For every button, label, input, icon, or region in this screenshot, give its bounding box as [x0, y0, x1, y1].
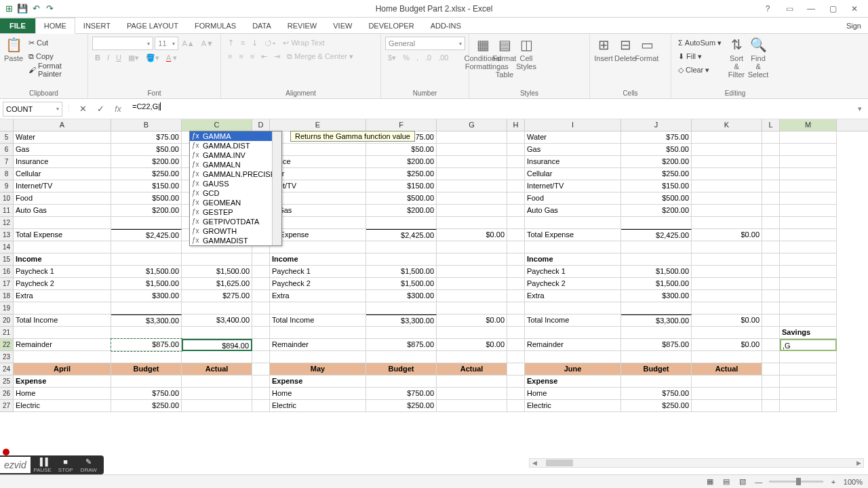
cell[interactable] — [780, 229, 837, 241]
format-as-table-button[interactable]: ▤Format as Table — [495, 37, 514, 66]
minimize-icon[interactable]: — — [803, 3, 819, 15]
row-header[interactable]: 15 — [0, 253, 14, 266]
delete-cells-button[interactable]: ⊟Delete — [616, 37, 635, 66]
cell[interactable] — [780, 192, 837, 205]
cell[interactable] — [762, 266, 780, 278]
cell[interactable] — [507, 168, 525, 180]
cell[interactable]: Actual — [692, 363, 762, 375]
cell[interactable]: $750.00 — [111, 388, 182, 400]
cell[interactable] — [780, 314, 837, 327]
cell[interactable] — [762, 339, 780, 351]
cell[interactable]: $750.00 — [621, 388, 692, 400]
cell[interactable] — [252, 327, 270, 339]
cell[interactable]: $500.00 — [366, 192, 437, 205]
cell[interactable]: Budget — [366, 363, 437, 375]
cell[interactable] — [692, 302, 762, 314]
cell[interactable]: $1,625.00 — [182, 278, 252, 290]
cell[interactable] — [111, 302, 182, 314]
cell[interactable] — [437, 388, 507, 400]
cell[interactable]: $250.00 — [366, 168, 437, 180]
cell[interactable] — [14, 351, 111, 363]
cell[interactable] — [621, 241, 692, 253]
cell[interactable]: $200.00 — [366, 205, 437, 217]
cell[interactable] — [762, 351, 780, 363]
wrap-text-button[interactable]: ↩ Wrap Text — [280, 37, 327, 49]
cell[interactable] — [111, 217, 182, 229]
cell[interactable] — [780, 241, 837, 253]
cell[interactable]: $150.00 — [621, 180, 692, 192]
cell[interactable]: Total Income — [525, 314, 621, 327]
cell[interactable] — [762, 192, 780, 205]
percent-icon[interactable]: % — [400, 52, 412, 64]
cell[interactable]: $1,500.00 — [366, 278, 437, 290]
cell[interactable]: Expense — [14, 375, 111, 388]
cell[interactable] — [366, 253, 437, 266]
enter-formula-icon[interactable]: ✓ — [93, 102, 108, 117]
cell[interactable] — [366, 351, 437, 363]
tab-review[interactable]: REVIEW — [279, 18, 325, 33]
cell[interactable]: $1,500.00 — [366, 266, 437, 278]
cell[interactable] — [507, 241, 525, 253]
zoom-slider[interactable] — [769, 481, 823, 483]
clear-button[interactable]: ◇ Clear ▾ — [675, 64, 724, 76]
cell[interactable]: ular — [270, 168, 366, 180]
cell[interactable]: $75.00 — [621, 131, 692, 144]
cell[interactable]: Remainder — [525, 339, 621, 351]
cell[interactable] — [270, 351, 366, 363]
row-header[interactable]: 8 — [0, 168, 14, 180]
cell[interactable]: $875.00 — [621, 339, 692, 351]
fx-icon[interactable]: fx — [111, 102, 125, 117]
cell[interactable] — [507, 351, 525, 363]
cell[interactable] — [525, 302, 621, 314]
cell[interactable] — [507, 327, 525, 339]
font-color-icon[interactable]: A▾ — [163, 52, 180, 64]
cell[interactable] — [507, 131, 525, 144]
cell[interactable] — [507, 266, 525, 278]
cell[interactable]: $250.00 — [111, 400, 182, 412]
row-header[interactable]: 21 — [0, 327, 14, 339]
cell[interactable] — [182, 253, 252, 266]
cell[interactable] — [692, 400, 762, 412]
cell[interactable] — [507, 229, 525, 241]
cell[interactable] — [692, 278, 762, 290]
cell[interactable] — [111, 351, 182, 363]
cell[interactable] — [507, 156, 525, 168]
cell[interactable] — [14, 302, 111, 314]
cell[interactable] — [780, 144, 837, 156]
cell[interactable] — [621, 351, 692, 363]
cell[interactable]: Electric — [270, 400, 366, 412]
cell[interactable]: Auto Gas — [14, 205, 111, 217]
cell[interactable] — [507, 302, 525, 314]
cell[interactable] — [252, 400, 270, 412]
align-left-icon[interactable]: ≡ — [225, 50, 235, 62]
cell[interactable] — [507, 144, 525, 156]
find-select-button[interactable]: 🔍Find & Select — [749, 37, 768, 66]
italic-button[interactable]: I — [104, 52, 112, 64]
bold-button[interactable]: B — [92, 52, 103, 64]
cell[interactable] — [762, 156, 780, 168]
tab-developer[interactable]: DEVELOPER — [360, 18, 422, 33]
cell[interactable] — [507, 253, 525, 266]
autocomplete-item[interactable]: ƒxGEOMEAN — [190, 198, 281, 207]
cell[interactable]: Insurance — [14, 156, 111, 168]
cell[interactable]: Remainder — [14, 339, 111, 351]
cell[interactable]: $2,425.00 — [111, 229, 182, 241]
font-family-select[interactable]: ▾ — [92, 37, 153, 50]
cell[interactable] — [762, 314, 780, 327]
row-header[interactable]: 19 — [0, 302, 14, 314]
cell[interactable] — [366, 302, 437, 314]
help-icon[interactable]: ? — [760, 3, 776, 15]
cell[interactable]: Income — [270, 253, 366, 266]
autocomplete-item[interactable]: ƒxGROWTH — [190, 226, 281, 236]
cell[interactable] — [692, 156, 762, 168]
row-header[interactable]: 27 — [0, 400, 14, 412]
cell[interactable]: $1,500.00 — [111, 278, 182, 290]
cell[interactable] — [762, 400, 780, 412]
col-header[interactable]: I — [525, 119, 621, 131]
cell[interactable] — [525, 327, 621, 339]
autocomplete-item[interactable]: ƒxGAMMALN.PRECISE — [190, 169, 281, 179]
cell[interactable]: Total Income — [14, 314, 111, 327]
cell[interactable]: Budget — [621, 363, 692, 375]
cell[interactable]: $300.00 — [366, 290, 437, 302]
cell[interactable] — [507, 205, 525, 217]
